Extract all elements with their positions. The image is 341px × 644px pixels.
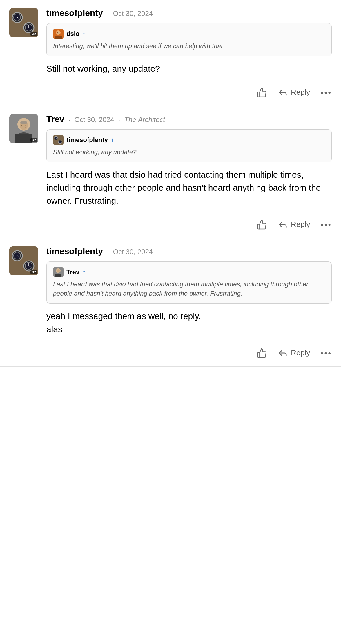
comment-text: Still not working, any update? bbox=[46, 62, 332, 75]
thumbs-up-icon bbox=[257, 348, 267, 358]
quoted-avatar bbox=[53, 267, 64, 277]
quoted-username[interactable]: Trev bbox=[66, 268, 79, 276]
avatar: Ω2 bbox=[9, 114, 38, 143]
quoted-block: Trev↑Last I heard was that dsio had trie… bbox=[46, 261, 332, 304]
svg-rect-18 bbox=[15, 134, 32, 143]
svg-point-11 bbox=[57, 31, 60, 35]
svg-point-46 bbox=[59, 271, 59, 271]
reply-button[interactable]: Reply bbox=[277, 348, 310, 358]
svg-point-20 bbox=[21, 125, 22, 126]
ellipsis-icon: ••• bbox=[321, 349, 332, 358]
comment-date: Oct 30, 2024 bbox=[74, 116, 114, 124]
quoted-text: Still not working, any update? bbox=[53, 148, 325, 157]
svg-rect-44 bbox=[57, 270, 60, 270]
dot-separator: · bbox=[107, 10, 109, 18]
comment-date: Oct 30, 2024 bbox=[113, 10, 153, 18]
thumbs-up-icon bbox=[257, 219, 267, 230]
dot-separator-2: · bbox=[118, 116, 120, 124]
comment-text: Last I heard was that dsio had tried con… bbox=[46, 168, 332, 207]
quoted-block: dsio↑Interesting, we'll hit them up and … bbox=[46, 23, 332, 56]
ellipsis-icon: ••• bbox=[321, 220, 332, 229]
quoted-avatar bbox=[53, 29, 64, 39]
svg-rect-43 bbox=[55, 274, 61, 277]
quoted-username[interactable]: dsio bbox=[66, 30, 79, 38]
comment-text: yeah I messaged them as well, no reply.a… bbox=[46, 310, 332, 336]
omega-badge: Ω2 bbox=[30, 32, 37, 36]
thumbs-up-icon bbox=[257, 87, 267, 98]
comment-2: Ω2Trev·Oct 30, 2024·The Architect timeso… bbox=[0, 106, 341, 238]
reply-arrow-icon: ↑ bbox=[82, 268, 86, 276]
reply-icon bbox=[277, 348, 288, 358]
omega-badge: Ω2 bbox=[30, 270, 37, 274]
comment-username[interactable]: timesofplenty bbox=[46, 246, 103, 256]
quoted-username[interactable]: timesofplenty bbox=[66, 136, 108, 144]
reply-label: Reply bbox=[291, 88, 310, 97]
like-button[interactable] bbox=[257, 219, 267, 230]
comment-date: Oct 30, 2024 bbox=[113, 248, 153, 256]
reply-icon bbox=[277, 87, 288, 98]
svg-point-13 bbox=[59, 32, 59, 33]
quoted-text: Last I heard was that dsio had tried con… bbox=[53, 280, 325, 298]
like-button[interactable] bbox=[257, 87, 267, 98]
more-options-button[interactable]: ••• bbox=[321, 220, 332, 230]
comment-username[interactable]: timesofplenty bbox=[46, 8, 103, 18]
more-options-button[interactable]: ••• bbox=[321, 88, 332, 97]
reply-button[interactable]: Reply bbox=[277, 87, 310, 98]
reply-arrow-icon: ↑ bbox=[111, 136, 114, 144]
comment-username[interactable]: Trev bbox=[46, 114, 64, 124]
quoted-block: timesofplenty↑Still not working, any upd… bbox=[46, 129, 332, 162]
dot-separator: · bbox=[68, 116, 70, 124]
comment-1: Ω2timesofplenty·Oct 30, 2024 dsio↑Intere… bbox=[0, 0, 341, 106]
quoted-text: Interesting, we'll hit them up and see i… bbox=[53, 41, 325, 51]
comment-role: The Architect bbox=[124, 116, 165, 124]
avatar: Ω2 bbox=[9, 8, 38, 37]
reply-label: Reply bbox=[291, 220, 310, 229]
avatar: Ω2 bbox=[9, 246, 38, 275]
ellipsis-icon: ••• bbox=[321, 88, 332, 97]
svg-rect-19 bbox=[20, 121, 27, 124]
dot-separator: · bbox=[107, 248, 109, 256]
more-options-button[interactable]: ••• bbox=[321, 348, 332, 358]
svg-rect-22 bbox=[53, 135, 64, 145]
svg-point-12 bbox=[57, 32, 58, 33]
reply-button[interactable]: Reply bbox=[277, 219, 310, 230]
omega-badge: Ω2 bbox=[30, 138, 37, 142]
like-button[interactable] bbox=[257, 348, 267, 358]
reply-icon bbox=[277, 219, 288, 230]
svg-point-21 bbox=[25, 125, 26, 126]
comment-3: Ω2timesofplenty·Oct 30, 2024 Trev↑Last I… bbox=[0, 238, 341, 367]
reply-label: Reply bbox=[291, 348, 310, 357]
reply-arrow-icon: ↑ bbox=[82, 30, 86, 38]
svg-rect-14 bbox=[55, 36, 62, 39]
quoted-avatar bbox=[53, 135, 64, 145]
svg-point-45 bbox=[57, 271, 58, 271]
